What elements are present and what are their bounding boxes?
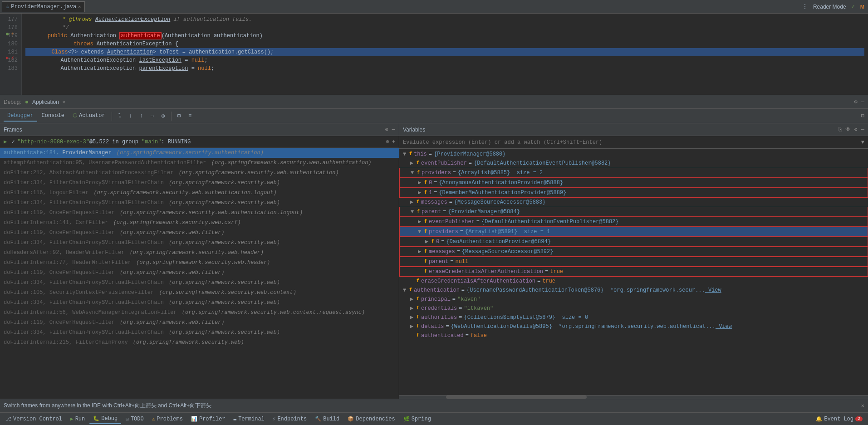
var-auth-authed[interactable]: ▶ f authenticated = false [399,331,868,340]
var-prov-0[interactable]: ▶ f 0 = {AnonymousAuthenticationProvider… [399,178,868,188]
toolbar-btn-evaluate[interactable]: ◎ [158,111,168,121]
var-prov-arrow[interactable]: ▼ [411,169,416,177]
var-parent-parent[interactable]: ▶ f parent = null [399,257,868,267]
var-prov-1[interactable]: ▶ f 1 = {RememberMeAuthenticationProvide… [399,188,868,198]
frame-item-7[interactable]: doFilterInternal:141, CsrfFilter (org.sp… [0,218,399,228]
thread-add-icon[interactable]: + [392,139,395,145]
bottom-btn-endpoints[interactable]: ⚡ Endpoints [269,414,310,424]
var-parent[interactable]: ▼ f parent = {ProviderManager@5884} [399,207,868,217]
frame-item-4[interactable]: doFilter:116, LogoutFilter (org.springfr… [0,188,399,198]
frame-item-15[interactable]: doFilter:334, FilterChainProxy$VirtualFi… [0,298,399,308]
var-msg-arrow[interactable]: ▶ [410,198,416,206]
debug-app-label[interactable]: Application [32,99,59,105]
var-parent-msg[interactable]: ▶ f messages = {MessageSourceAccessor@58… [399,247,868,257]
vars-copy-icon[interactable]: ⎘ [839,127,842,133]
frame-item-13[interactable]: doFilter:334, FilterChainProxy$VirtualFi… [0,278,399,288]
var-erase-top[interactable]: ▶ f eraseCredentialsAfterAuthentication … [399,277,868,286]
thread-filter-icon[interactable]: ⊘ [386,138,389,145]
bottom-btn-spring[interactable]: 🌿 Spring [400,414,435,424]
frame-item-5[interactable]: doFilter:334, FilterChainProxy$VirtualFi… [0,198,399,208]
var-pp0-arrow[interactable]: ▶ [425,238,431,246]
bottom-btn-build[interactable]: 🔨 Build [311,414,343,424]
frame-item-17[interactable]: doFilter:119, OncePerRequestFilter (org.… [0,318,399,327]
frame-item-8[interactable]: doFilter:119, OncePerRequestFilter (org.… [0,228,399,238]
vars-eye-icon[interactable]: 👁 [845,126,851,133]
var-providers[interactable]: ▼ f providers = {ArrayList@5885} size = … [399,168,868,178]
var-cr-arrow[interactable]: ▶ [410,304,416,313]
var-auth-arrow[interactable]: ▼ [403,286,408,294]
maven-icon[interactable]: M [860,4,864,10]
var-auth-auth[interactable]: ▶ f authorities = {Collections$EmptyList… [399,313,868,322]
var-ep-arrow[interactable]: ▶ [410,159,416,167]
bottom-btn-vc[interactable]: ⎇ Version Control [2,414,66,424]
var-parent-arrow[interactable]: ▼ [411,208,416,216]
frame-item-12[interactable]: doFilter:119, OncePerRequestFilter (org.… [0,268,399,278]
vars-settings-icon[interactable]: ⚙ [854,126,858,133]
var-parent-providers[interactable]: ▼ f providers = {ArrayList@5891} size = … [399,227,868,237]
var-pp-0[interactable]: ▶ f 0 = {DaoAuthenticationProvider@5894} [399,237,868,247]
var-auth[interactable]: ▼ f authentication = {UsernamePasswordAu… [399,286,868,295]
debug-app-close[interactable]: ✕ [63,99,65,105]
frame-item-14[interactable]: doFilter:105, SecurityContextPersistence… [0,288,399,298]
frame-item-10[interactable]: doHeadersAfter:92, HeaderWriterFilter (o… [0,248,399,258]
bottom-btn-profiler[interactable]: 📊 Profiler [187,414,229,424]
var-parent-erase[interactable]: ▶ f eraseCredentialsAfterAuthentication … [399,267,868,277]
vars-minimize-icon[interactable]: ─ [861,127,864,133]
frame-item-19[interactable]: doFilterInternal:215, FilterChainProxy (… [0,337,399,347]
expression-bar[interactable]: ▼ [399,136,868,149]
var-det-view[interactable]: View [716,322,732,331]
vars-scrollbar-thumb[interactable] [446,396,587,399]
var-prov0-arrow[interactable]: ▶ [418,179,423,187]
status-close[interactable]: ✕ [861,402,864,409]
bottom-btn-run[interactable]: ▶ Run [67,414,88,424]
var-auth-principal[interactable]: ▶ f principal = "kaven" [399,295,868,304]
editor-tab-providermanager[interactable]: ☕ ProviderManager.java ✕ [2,1,85,12]
var-this[interactable]: ▼ f this = {ProviderManager@5880} [399,150,868,159]
frame-item-16[interactable]: doFilterInternal:56, WebAsyncManagerInte… [0,308,399,318]
var-pp-arrow[interactable]: ▼ [418,228,423,236]
toolbar-btn-step-into[interactable]: ↓ [126,111,136,121]
more-icon[interactable]: ⋮ [802,3,808,10]
var-det-arrow[interactable]: ▶ [410,322,416,331]
var-auth-details[interactable]: ▶ f details = {WebAuthenticationDetails@… [399,322,868,331]
bottom-btn-todo[interactable]: ☑ TODO [122,414,147,424]
var-auth-view[interactable]: View [705,286,721,294]
bottom-btn-deps[interactable]: 📦 Dependencies [344,414,398,424]
bottom-btn-debug[interactable]: 🐛 Debug [89,414,121,424]
var-prov1-arrow[interactable]: ▶ [418,189,423,197]
toolbar-btn-step-out[interactable]: ↑ [137,111,147,121]
frame-item-2[interactable]: doFilter:212, AbstractAuthenticationProc… [0,168,399,178]
var-au-arrow[interactable]: ▶ [410,313,416,322]
editor-tab-close[interactable]: ✕ [78,4,81,10]
var-pep-arrow[interactable]: ▶ [418,218,423,226]
var-auth-creds[interactable]: ▶ f credentials = "itkaven" [399,304,868,313]
frame-item-18[interactable]: doFilter:334, FilterChainProxy$VirtualFi… [0,327,399,337]
var-eventpublisher[interactable]: ▶ f eventPublisher = {DefaultAuthenticat… [399,159,868,168]
var-messages[interactable]: ▶ f messages = {MessageSourceAccessor@58… [399,198,868,207]
bottom-btn-eventlog[interactable]: 🔔 Event Log 2 [812,414,866,424]
frame-item-9[interactable]: doFilter:334, FilterChainProxy$VirtualFi… [0,238,399,248]
frame-item-selected[interactable]: authenticate:181, ProviderManager (org.s… [0,148,399,158]
debug-tab-actuator[interactable]: ⬡ Actuator [69,110,109,122]
debug-layout-icon[interactable]: ⊟ [861,112,864,119]
frame-item-3[interactable]: doFilter:334, FilterChainProxy$VirtualFi… [0,178,399,188]
debug-minimize-icon[interactable]: ─ [861,99,864,105]
debug-tab-console[interactable]: Console [38,111,68,122]
frames-settings-icon[interactable]: ⚙ [385,126,388,133]
var-this-arrow[interactable]: ▼ [403,150,408,158]
debug-tab-debugger[interactable]: Debugger [4,111,37,122]
frame-item-1[interactable]: attemptAuthentication:95, UsernamePasswo… [0,158,399,168]
toolbar-btn-settings2[interactable]: ≡ [185,111,195,121]
var-parent-ep[interactable]: ▶ f eventPublisher = {DefaultAuthenticat… [399,217,868,227]
var-pr-arrow[interactable]: ▶ [410,295,416,303]
expression-dropdown-icon[interactable]: ▼ [861,139,864,146]
toolbar-btn-step-over[interactable]: ⤵ [115,111,125,121]
bottom-btn-terminal[interactable]: ▬ Terminal [230,414,268,424]
vars-scrollbar[interactable] [399,395,868,399]
frames-minimize-icon[interactable]: ─ [392,127,395,133]
frame-item-6[interactable]: doFilter:119, OncePerRequestFilter (org.… [0,208,399,218]
reader-mode-label[interactable]: Reader Mode [813,4,846,10]
frame-item-11[interactable]: doFilterInternal:77, HeaderWriterFilter … [0,258,399,268]
bottom-btn-problems[interactable]: ⚠ Problems [148,414,186,424]
expression-input[interactable] [403,139,859,146]
